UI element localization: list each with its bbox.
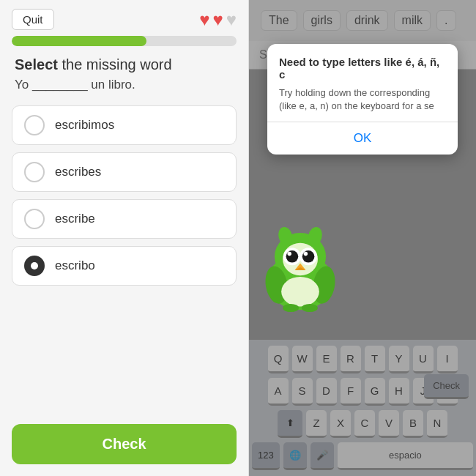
option-label-escribo: escribo [55, 259, 95, 273]
progress-bar-container [12, 36, 237, 46]
tooltip-box: Need to type letters like é, á, ñ, c Try… [267, 44, 458, 155]
svg-point-16 [283, 304, 299, 312]
question-title: Select the missing word [0, 56, 248, 78]
owl-container [256, 224, 344, 315]
option-label-escribes: escribes [55, 165, 101, 179]
progress-bar-fill [12, 36, 146, 46]
check-button-left[interactable]: Check [12, 424, 237, 464]
svg-point-9 [302, 250, 315, 263]
option-label-escribimos: escribimos [55, 118, 114, 133]
left-panel: Quit ♥ ♥ ♥ Select the missing word Yo __… [0, 0, 249, 476]
hearts-display: ♥ ♥ ♥ [199, 10, 237, 30]
quit-button[interactable]: Quit [12, 9, 54, 30]
right-panel: The girls drink milk . Need to type lett… [249, 0, 476, 476]
svg-point-17 [302, 304, 318, 312]
option-label-escribe: escribe [55, 212, 95, 226]
radio-escribes [24, 162, 45, 182]
tooltip-ok-button[interactable]: OK [279, 122, 446, 155]
options-list: escribimos escribes escribe escribo [0, 105, 248, 286]
sentence-text: Yo ________ un libro. [0, 78, 248, 105]
heart-3: ♥ [226, 10, 237, 30]
radio-escribo [24, 256, 45, 276]
option-escribo[interactable]: escribo [12, 246, 237, 286]
svg-point-7 [287, 252, 291, 256]
heart-2: ♥ [213, 10, 223, 30]
option-escribe[interactable]: escribe [12, 199, 237, 239]
option-escribes[interactable]: escribes [12, 152, 237, 192]
radio-escribe [24, 209, 45, 229]
option-escribimos[interactable]: escribimos [12, 105, 237, 145]
tooltip-body: Try holding down the corresponding (like… [279, 86, 446, 113]
tooltip-title: Need to type letters like é, á, ñ, c [279, 56, 446, 81]
heart-1: ♥ [199, 10, 209, 30]
svg-point-10 [304, 252, 308, 256]
top-bar: Quit ♥ ♥ ♥ [0, 0, 248, 36]
owl-icon [256, 224, 344, 312]
question-title-bold: Select [15, 56, 58, 72]
svg-point-15 [281, 277, 319, 307]
svg-point-6 [286, 250, 299, 263]
tooltip-overlay: Need to type letters like é, á, ñ, c Try… [249, 0, 476, 476]
question-title-rest: the missing word [58, 56, 172, 72]
radio-escribimos [24, 115, 45, 135]
